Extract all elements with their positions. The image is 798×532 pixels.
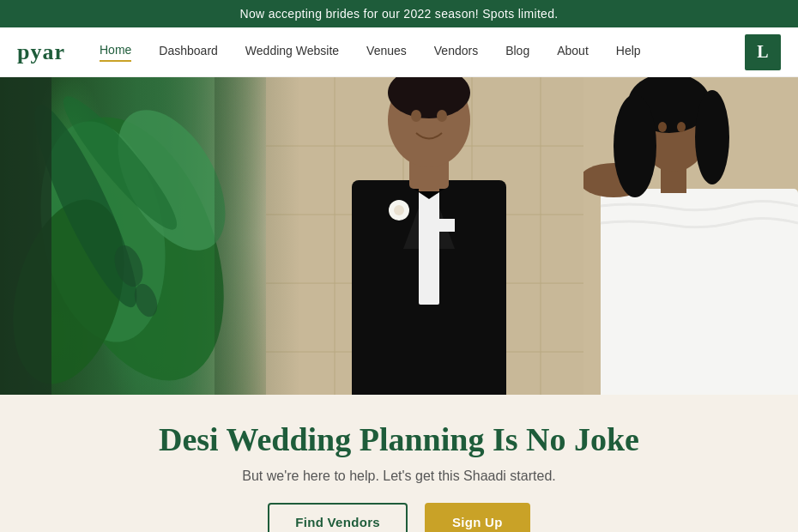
- svg-rect-8: [0, 77, 51, 395]
- sign-up-button[interactable]: Sign Up: [425, 503, 530, 532]
- hero-image: [0, 77, 798, 395]
- svg-rect-21: [419, 184, 439, 305]
- nav-vendors[interactable]: Vendors: [434, 44, 478, 61]
- bride-figure: [583, 77, 798, 395]
- svg-point-38: [614, 94, 656, 197]
- svg-point-30: [411, 110, 421, 122]
- nav-blog[interactable]: Blog: [505, 44, 529, 61]
- groom-figure: [266, 77, 609, 395]
- nav-venues[interactable]: Venues: [366, 44, 407, 61]
- svg-point-41: [677, 122, 686, 132]
- main-heading: Desi Wedding Planning Is No Joke: [17, 420, 781, 460]
- svg-rect-25: [438, 219, 455, 232]
- svg-point-39: [695, 90, 729, 184]
- find-vendors-button[interactable]: Find Vendors: [268, 503, 408, 532]
- nav-help[interactable]: Help: [616, 44, 641, 61]
- svg-point-31: [437, 110, 447, 122]
- nav-home[interactable]: Home: [100, 43, 131, 62]
- content-section: Desi Wedding Planning Is No Joke But we'…: [0, 395, 798, 532]
- nav-wedding-website[interactable]: Wedding Website: [245, 44, 339, 61]
- nav-links: Home Dashboard Wedding Website Venues Ve…: [100, 43, 745, 62]
- svg-point-40: [658, 122, 667, 132]
- navbar: pyar Home Dashboard Wedding Website Venu…: [0, 27, 798, 77]
- nav-about[interactable]: About: [557, 44, 589, 61]
- sub-heading: But we're here to help. Let's get this S…: [17, 469, 781, 484]
- svg-rect-27: [419, 178, 439, 191]
- nav-dashboard[interactable]: Dashboard: [159, 44, 218, 61]
- svg-point-24: [394, 205, 404, 215]
- announcement-banner: Now accepting brides for our 2022 season…: [0, 0, 798, 27]
- logo[interactable]: pyar: [17, 39, 65, 65]
- cta-buttons: Find Vendors Sign Up: [17, 503, 781, 532]
- banner-text: Now accepting brides for our 2022 season…: [240, 7, 559, 21]
- login-button[interactable]: L: [745, 34, 781, 70]
